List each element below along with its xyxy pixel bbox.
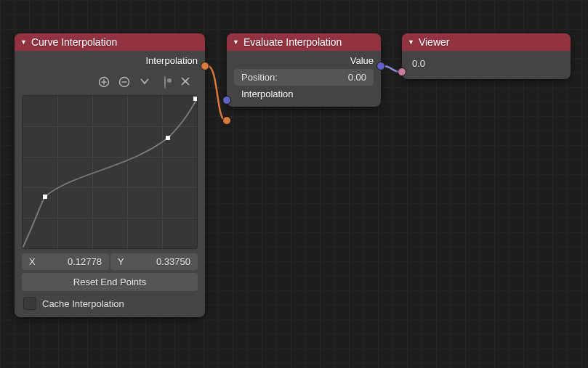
x-value: 0.12778 [68, 256, 102, 267]
input-socket-viewer[interactable] [398, 68, 406, 76]
position-field[interactable]: Position: 0.00 [234, 69, 374, 86]
position-value: 0.00 [348, 72, 366, 83]
node-evaluate-interpolation[interactable]: ▼ Evaluate Interpolation Value Position:… [227, 33, 381, 107]
curve-toolbar [22, 73, 198, 95]
reset-button-label: Reset End Points [73, 277, 146, 287]
slot-icon[interactable] [158, 76, 172, 91]
input-socket-interpolation[interactable] [222, 116, 231, 125]
cache-interpolation-checkbox[interactable] [23, 297, 36, 310]
collapse-icon[interactable]: ▼ [233, 38, 239, 46]
output-label-value: Value [350, 55, 374, 66]
node-curve-interpolation[interactable]: ▼ Curve Interpolation Interpolation [15, 33, 205, 317]
y-field[interactable]: Y 0.33750 [110, 253, 198, 270]
curve-handle[interactable] [166, 136, 170, 140]
curve-handle[interactable] [193, 97, 198, 101]
x-label: X [29, 256, 36, 267]
minus-icon[interactable] [118, 76, 131, 91]
close-icon[interactable] [179, 76, 192, 91]
plus-icon[interactable] [97, 76, 110, 91]
collapse-icon[interactable]: ▼ [408, 38, 414, 46]
curve-editor[interactable] [22, 95, 198, 249]
y-label: Y [118, 256, 124, 267]
input-label-interpolation: Interpolation [241, 89, 294, 99]
node-title: Curve Interpolation [31, 36, 117, 48]
node-title: Viewer [419, 36, 450, 48]
node-header-curve[interactable]: ▼ Curve Interpolation [15, 33, 205, 51]
node-title: Evaluate Interpolation [243, 36, 342, 48]
cache-label: Cache Interpolation [42, 298, 124, 309]
viewer-value: 0.0 [412, 58, 425, 69]
output-socket-value[interactable] [376, 62, 385, 70]
curve-handle[interactable] [43, 195, 47, 199]
position-label: Position: [241, 72, 278, 83]
x-field[interactable]: X 0.12778 [22, 253, 109, 270]
y-value: 0.33750 [156, 256, 190, 267]
output-label-interpolation: Interpolation [145, 55, 198, 66]
reset-end-points-button[interactable]: Reset End Points [22, 273, 198, 291]
collapse-icon[interactable]: ▼ [20, 38, 27, 46]
output-socket-interpolation[interactable] [201, 62, 209, 70]
node-viewer[interactable]: ▼ Viewer 0.0 [402, 33, 571, 79]
node-header-evaluate[interactable]: ▼ Evaluate Interpolation [227, 33, 381, 51]
input-socket-position[interactable] [222, 96, 231, 105]
node-header-viewer[interactable]: ▼ Viewer [402, 33, 571, 51]
chevron-down-icon[interactable] [138, 76, 151, 91]
